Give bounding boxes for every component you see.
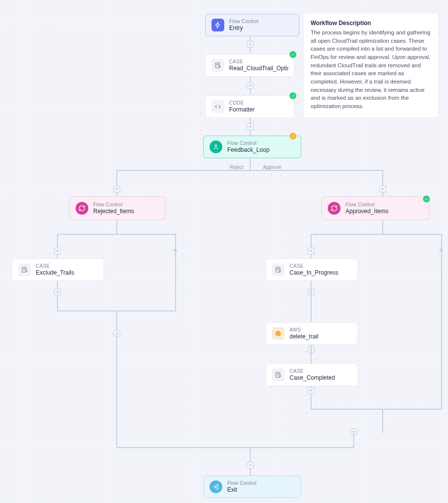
connector [441,234,442,410]
branch-label-reject: Reject [230,165,243,170]
node-kind: Flow Control [229,19,259,24]
case-icon [272,263,285,276]
node-title: Feedback_Loop [227,146,269,153]
add-step-button[interactable]: + [54,289,61,296]
connector [311,409,442,410]
code-icon [211,100,224,113]
connector [116,170,383,171]
case-icon [272,368,285,381]
node-rejected-items[interactable]: Flow ControlRejected_Items [69,196,165,220]
connector [353,432,354,448]
add-step-button[interactable]: + [308,248,315,254]
node-title: Formatter [229,106,255,113]
lightning-icon [211,19,224,31]
svg-point-1 [215,145,217,147]
node-kind: Flow Control [227,480,257,486]
add-step-button[interactable]: + [247,82,254,89]
connector [250,158,251,171]
node-title: Exclude_Trails [36,269,74,276]
loop-back-arrow-icon [173,248,178,252]
node-kind: Flow Control [93,202,134,207]
node-title: delete_trail [290,333,318,340]
status-ok-icon [290,92,296,99]
status-ok-icon [290,51,296,58]
node-read-cloudtrail[interactable]: CASERead_CloudTrail_Optimization [205,54,294,77]
exit-icon [210,480,222,493]
node-title: Case_In_Progress [290,269,338,276]
node-title: Approved_Items [345,208,388,215]
connector [311,281,312,322]
connector [116,220,117,234]
node-exit[interactable]: Flow ControlExit [203,475,301,498]
connector [57,234,176,235]
case-icon [18,263,31,276]
person-cycle-icon [210,140,222,153]
node-entry[interactable]: Flow ControlEntry [205,14,299,36]
add-step-button[interactable]: + [247,462,254,469]
status-ok-icon [423,196,430,202]
node-kind: AWS [290,327,318,333]
node-title: Case_Completed [290,374,335,381]
node-title: Entry [229,25,243,31]
connector [311,345,312,363]
loop-icon [76,202,88,215]
connector [175,234,176,311]
workflow-description-body: The process begins by identifying and ga… [311,28,431,111]
branch-label-approve: Approve [263,165,281,170]
status-warn-icon [290,133,296,140]
add-step-button[interactable]: + [247,123,254,130]
workflow-description-panel: Workflow Description The process begins … [304,14,438,117]
node-kind: CODE [229,100,255,106]
node-delete-trail[interactable]: AWSdelete_trail [265,322,358,345]
case-icon [211,59,224,72]
aws-cube-icon [272,327,285,340]
node-title: Exit [227,486,237,493]
node-kind: CASE [290,368,335,374]
node-case-completed[interactable]: CASECase_Completed [265,363,358,386]
add-step-button[interactable]: + [54,248,61,254]
node-kind: Flow Control [227,140,269,146]
node-case-in-progress[interactable]: CASECase_In_Progress [265,258,358,281]
connector [116,447,354,448]
connector [311,234,442,235]
connector [250,447,251,475]
loop-icon [328,202,341,215]
loop-back-arrow-icon [439,248,444,252]
connector [382,409,383,432]
connector [116,334,117,448]
add-step-button[interactable]: + [308,387,315,394]
connector [382,220,383,234]
node-title: Rejected_Items [93,208,134,215]
node-feedback-loop[interactable]: Flow ControlFeedback_Loop [203,136,301,158]
node-exclude-trails[interactable]: CASEExclude_Trails [12,258,104,281]
workflow-description-title: Workflow Description [311,20,431,27]
add-step-button[interactable]: + [379,186,386,193]
node-kind: Flow Control [345,202,388,207]
node-kind: CASE [290,263,338,269]
node-formatter[interactable]: CODEFormatter [205,95,294,118]
node-approved-items[interactable]: Flow ControlApproved_Items [321,196,429,220]
node-title: Read_CloudTrail_Optimization [229,65,288,72]
add-step-button[interactable]: + [247,41,254,48]
node-kind: CASE [229,59,288,64]
add-step-button[interactable]: + [113,186,120,193]
node-kind: CASE [36,263,74,269]
